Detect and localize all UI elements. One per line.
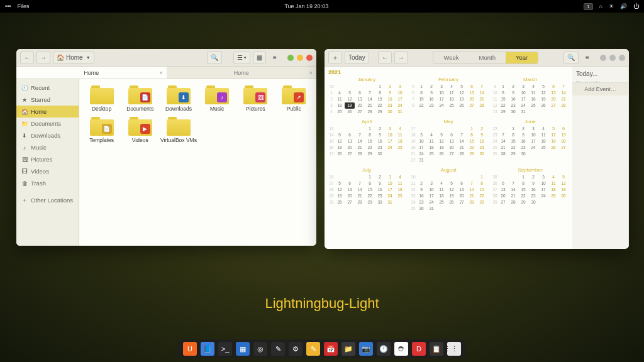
brightness-icon[interactable]: ☀: [609, 3, 614, 9]
calendar-day[interactable]: 11: [395, 180, 405, 187]
calendar-day[interactable]: 29: [365, 199, 375, 206]
calendar-day[interactable]: 21: [467, 193, 477, 199]
calendar-day[interactable]: 10: [538, 180, 548, 187]
calendar-day[interactable]: 3: [416, 132, 426, 138]
calendar-day[interactable]: 7: [355, 180, 365, 187]
dock-app-icon[interactable]: 🕐: [377, 342, 391, 356]
calendar-day[interactable]: 22: [477, 193, 487, 199]
calendar-day[interactable]: 1: [508, 126, 518, 132]
calendar-day[interactable]: 15: [477, 187, 487, 193]
calendar-day[interactable]: 31: [385, 199, 395, 206]
calendar-day[interactable]: 28: [457, 151, 467, 157]
folder-videos[interactable]: ▶Videos: [121, 117, 158, 143]
calendar-day[interactable]: 25: [528, 102, 538, 109]
calendar-day[interactable]: 12: [436, 138, 447, 145]
calendar-day[interactable]: 24: [426, 199, 436, 206]
calendar-day[interactable]: 29: [467, 151, 477, 157]
calendar-day[interactable]: 10: [528, 132, 538, 138]
calendar-day[interactable]: 11: [528, 90, 538, 96]
calendar-day[interactable]: 4: [335, 90, 345, 96]
calendar-day[interactable]: 7: [365, 90, 375, 96]
calendar-day[interactable]: 14: [508, 187, 518, 193]
files-tab[interactable]: Home×: [167, 67, 317, 79]
calendar-day[interactable]: 18: [395, 187, 405, 193]
calendar-day[interactable]: 31: [416, 157, 426, 163]
calendar-day[interactable]: 27: [345, 199, 355, 206]
calendar-day[interactable]: 13: [447, 138, 457, 145]
calendar-day[interactable]: 24: [538, 193, 548, 199]
calendar-day[interactable]: 23: [426, 102, 436, 109]
calendar-day[interactable]: 12: [335, 187, 345, 193]
calendar-day[interactable]: 23: [518, 145, 528, 151]
calendar-day[interactable]: 1: [365, 126, 375, 132]
folder-desktop[interactable]: Desktop: [83, 85, 120, 112]
calendar-day[interactable]: 29: [498, 109, 508, 115]
calendar-day[interactable]: 19: [548, 138, 558, 145]
calendar-day[interactable]: 4: [426, 132, 436, 138]
sidebar-item-videos[interactable]: 🎞Videos: [16, 165, 79, 177]
search-button[interactable]: 🔍: [207, 52, 222, 64]
calendar-day[interactable]: 2: [375, 126, 385, 132]
calendar-day[interactable]: 9: [426, 90, 436, 96]
calendar-day[interactable]: 22: [467, 145, 477, 151]
cal-add-button[interactable]: ＋: [328, 52, 342, 64]
files-tab[interactable]: Home×: [16, 67, 167, 79]
calendar-day[interactable]: 6: [498, 180, 508, 187]
dock-app-icon[interactable]: 📁: [341, 342, 355, 356]
calendar-day[interactable]: 1: [477, 174, 487, 180]
calendar-day[interactable]: 12: [457, 90, 467, 96]
calendar-day[interactable]: 19: [538, 96, 548, 102]
calendar-day[interactable]: 27: [355, 109, 365, 115]
calendar-day[interactable]: 6: [345, 180, 355, 187]
calendar-day[interactable]: 4: [447, 84, 457, 90]
calendar-day[interactable]: 26: [335, 151, 345, 157]
dock-app-icon[interactable]: 📘: [201, 342, 214, 356]
calendar-day[interactable]: 24: [395, 102, 405, 109]
sidebar-item-trash[interactable]: 🗑Trash: [16, 177, 79, 189]
cal-search-button[interactable]: 🔍: [564, 52, 579, 64]
calendar-day[interactable]: 13: [498, 187, 508, 193]
calendar-day[interactable]: 13: [345, 187, 355, 193]
calendar-day[interactable]: 5: [436, 132, 447, 138]
calendar-day[interactable]: 28: [467, 199, 477, 206]
hamburger-button[interactable]: ≡: [269, 52, 281, 64]
calendar-day[interactable]: 13: [467, 90, 477, 96]
calendar-day[interactable]: 19: [447, 193, 457, 199]
calendar-day[interactable]: 16: [518, 138, 528, 145]
dock-app-icon[interactable]: U: [183, 342, 197, 356]
cal-hamburger-button[interactable]: ≡: [581, 52, 594, 64]
window-maximize[interactable]: [609, 55, 616, 61]
activities-dots[interactable]: •••: [5, 3, 11, 9]
calendar-day[interactable]: 8: [365, 132, 375, 138]
calendar-day[interactable]: 24: [385, 193, 395, 199]
calendar-day[interactable]: 14: [355, 138, 365, 145]
calendar-day[interactable]: 1: [518, 174, 528, 180]
calendar-day[interactable]: 25: [436, 199, 447, 206]
calendar-day[interactable]: 19: [345, 102, 355, 109]
calendar-day[interactable]: 16: [375, 138, 385, 145]
calendar-day[interactable]: 25: [538, 145, 548, 151]
calendar-day[interactable]: 30: [375, 151, 385, 157]
calendar-day[interactable]: 13: [457, 187, 467, 193]
calendar-day[interactable]: 20: [447, 145, 457, 151]
calendar-day[interactable]: 2: [385, 84, 395, 90]
calendar-day[interactable]: 15: [416, 96, 426, 102]
calendar-day[interactable]: 7: [508, 180, 518, 187]
calendar-day[interactable]: 24: [436, 102, 447, 109]
cal-prev-button[interactable]: ←: [378, 52, 392, 64]
calendar-day[interactable]: 19: [457, 96, 467, 102]
calendar-day[interactable]: 5: [558, 174, 569, 180]
calendar-day[interactable]: 10: [518, 90, 528, 96]
calendar-day[interactable]: 11: [548, 180, 558, 187]
calendar-day[interactable]: 6: [355, 90, 365, 96]
sidebar-item-downloads[interactable]: ⬇Downloads: [16, 129, 79, 141]
close-icon[interactable]: ×: [159, 70, 162, 76]
calendar-day[interactable]: 5: [335, 132, 345, 138]
calendar-day[interactable]: 21: [457, 145, 467, 151]
calendar-day[interactable]: 26: [447, 199, 457, 206]
calendar-day[interactable]: 2: [518, 126, 528, 132]
calendar-day[interactable]: 10: [395, 90, 405, 96]
calendar-day[interactable]: 5: [538, 84, 548, 90]
calendar-day[interactable]: 7: [477, 84, 487, 90]
calendar-day[interactable]: 21: [365, 102, 375, 109]
